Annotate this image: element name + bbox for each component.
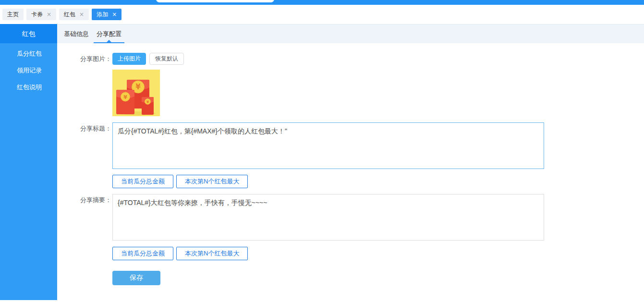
tab-coupons-label: 卡券	[31, 11, 43, 19]
tab-basic-info[interactable]: 基础信息	[61, 24, 92, 43]
share-image-label: 分享图片：	[80, 53, 112, 65]
sidebar-title-redpacket[interactable]: 红包	[0, 24, 57, 43]
tab-home[interactable]: 主页	[2, 9, 24, 20]
sidebar: 红包 瓜分红包 领用记录 红包说明	[0, 24, 57, 300]
app-window: 主页 卡券 × 红包 × 添加 × 红包 瓜分红包 领用记录 红包说明	[0, 0, 644, 302]
red-envelopes-icon: ¥ ¥ ¥	[112, 70, 160, 116]
tab-redpacket[interactable]: 红包 ×	[59, 9, 89, 20]
sidebar-item-redpacket-notes[interactable]: 红包说明	[0, 79, 57, 96]
close-icon[interactable]: ×	[47, 12, 51, 17]
insert-nth-biggest-button[interactable]: 本次第N个红包最大	[176, 247, 248, 260]
tab-add-label: 添加	[97, 11, 108, 19]
tab-share-config[interactable]: 分享配置	[94, 24, 124, 43]
svg-text:¥: ¥	[135, 83, 141, 91]
share-image-row: 分享图片： 上传图片 恢复默认	[57, 53, 644, 65]
close-icon[interactable]: ×	[112, 12, 117, 17]
svg-text:¥: ¥	[146, 100, 149, 104]
sidebar-item-claim-records[interactable]: 领用记录	[0, 62, 57, 79]
title-insert-buttons-row: 当前瓜分总金额 本次第N个红包最大	[112, 175, 644, 188]
share-summary-row: 分享摘要： {#TOTAL#}大红包等你来撩，手快有，手慢无~~~~	[57, 194, 644, 241]
main-area: 红包 瓜分红包 领用记录 红包说明 基础信息 分享配置 分享图片： 上传图片 恢…	[0, 24, 644, 302]
share-title-row: 分享标题： 瓜分{#TOTAL#}红包，第{#MAX#}个领取的人红包最大！"	[57, 122, 644, 169]
tab-add[interactable]: 添加 ×	[92, 9, 122, 20]
svg-text:¥: ¥	[123, 94, 127, 100]
content-tabbar: 基础信息 分享配置	[57, 24, 644, 43]
sidebar-menu: 瓜分红包 领用记录 红包说明	[0, 43, 57, 96]
insert-nth-biggest-button[interactable]: 本次第N个红包最大	[176, 175, 248, 188]
share-config-form: 分享图片： 上传图片 恢复默认 ¥	[57, 43, 644, 285]
restore-default-button[interactable]: 恢复默认	[149, 53, 184, 65]
save-row: 保存	[112, 271, 644, 285]
content-panel: 基础信息 分享配置 分享图片： 上传图片 恢复默认	[57, 24, 644, 302]
summary-insert-buttons-row: 当前瓜分总金额 本次第N个红包最大	[112, 247, 644, 260]
insert-total-amount-button[interactable]: 当前瓜分总金额	[112, 175, 173, 188]
tab-home-label: 主页	[7, 11, 19, 19]
share-title-label: 分享标题：	[80, 122, 112, 133]
tab-coupons[interactable]: 卡券 ×	[26, 9, 56, 20]
sidebar-item-split-redpacket[interactable]: 瓜分红包	[0, 45, 57, 62]
share-image-preview-row: ¥ ¥ ¥	[57, 70, 644, 116]
insert-total-amount-button[interactable]: 当前瓜分总金额	[112, 247, 173, 260]
share-summary-textarea[interactable]: {#TOTAL#}大红包等你来撩，手快有，手慢无~~~~	[112, 194, 544, 241]
window-tabstrip: 主页 卡券 × 红包 × 添加 ×	[0, 5, 644, 24]
tab-redpacket-label: 红包	[64, 11, 75, 19]
top-header-strip	[0, 0, 644, 5]
share-image-preview: ¥ ¥ ¥	[112, 70, 160, 116]
topbar-search-remnant	[156, 0, 274, 2]
save-button[interactable]: 保存	[112, 271, 160, 285]
share-title-textarea[interactable]: 瓜分{#TOTAL#}红包，第{#MAX#}个领取的人红包最大！"	[112, 122, 544, 169]
share-summary-label: 分享摘要：	[80, 194, 112, 205]
upload-image-button[interactable]: 上传图片	[112, 53, 146, 65]
close-icon[interactable]: ×	[79, 12, 84, 17]
